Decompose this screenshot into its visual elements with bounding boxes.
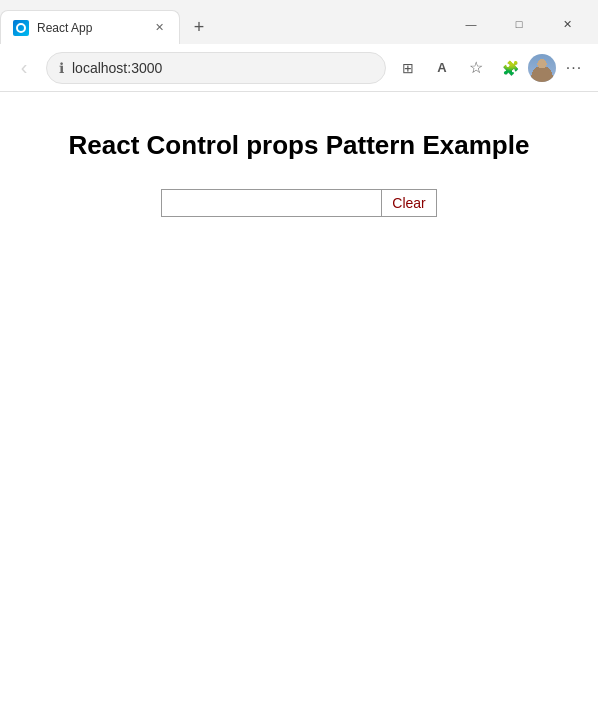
info-icon: ℹ [59, 60, 64, 76]
profile-avatar[interactable] [528, 54, 556, 82]
new-tab-button[interactable]: + [184, 12, 214, 42]
read-mode-icon: A [437, 60, 446, 75]
tab-title: React App [37, 21, 143, 35]
tab-grid-icon: ⊞ [402, 60, 414, 76]
favicon-inner [16, 23, 26, 33]
page-title: React Control props Pattern Example [69, 130, 530, 161]
avatar-image [528, 54, 556, 82]
address-bar: ‹ ℹ localhost:3000 ⊞ A ☆ 🧩 ··· [0, 44, 598, 92]
read-mode-button[interactable]: A [426, 52, 458, 84]
extensions-button[interactable]: 🧩 [494, 52, 526, 84]
close-button[interactable]: ✕ [544, 8, 590, 40]
tab-close-button[interactable]: ✕ [151, 20, 167, 36]
clear-button[interactable]: Clear [381, 189, 436, 217]
text-input[interactable] [161, 189, 381, 217]
tab-favicon [13, 20, 29, 36]
star-icon: ☆ [469, 58, 483, 77]
tab-bar: React App ✕ + — □ ✕ [0, 0, 598, 44]
more-button[interactable]: ··· [558, 52, 590, 84]
more-icon: ··· [566, 59, 582, 77]
toolbar-icons: ⊞ A ☆ 🧩 ··· [392, 52, 590, 84]
input-row: Clear [161, 189, 436, 217]
active-tab[interactable]: React App ✕ [0, 10, 180, 44]
maximize-button[interactable]: □ [496, 8, 542, 40]
window-controls: — □ ✕ [448, 8, 598, 44]
url-bar[interactable]: ℹ localhost:3000 [46, 52, 386, 84]
page-content: React Control props Pattern Example Clea… [0, 92, 598, 702]
minimize-button[interactable]: — [448, 8, 494, 40]
back-button[interactable]: ‹ [8, 52, 40, 84]
favorites-button[interactable]: ☆ [460, 52, 492, 84]
extensions-icon: 🧩 [502, 60, 519, 76]
browser-chrome: React App ✕ + — □ ✕ ‹ ℹ localhost:3000 [0, 0, 598, 92]
back-icon: ‹ [21, 56, 28, 79]
url-text: localhost:3000 [72, 60, 373, 76]
tab-grid-button[interactable]: ⊞ [392, 52, 424, 84]
